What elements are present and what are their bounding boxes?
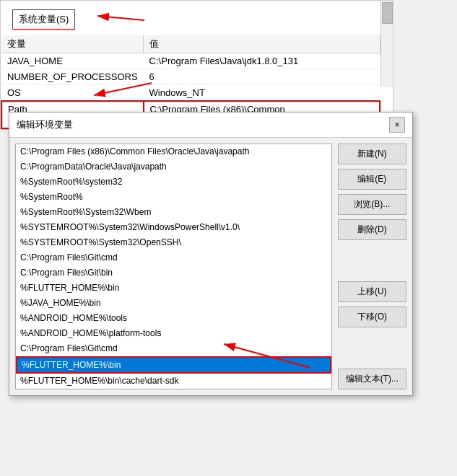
list-item[interactable]: %ANDROID_HOME%\platform-tools (16, 326, 331, 341)
list-item[interactable]: %FLUTTER_HOME%\bin\cache\dart-sdk (16, 374, 331, 389)
close-button[interactable]: × (389, 117, 405, 133)
scrollbar-thumb[interactable] (382, 2, 393, 24)
delete-button[interactable]: 删除(D) (338, 219, 406, 240)
list-item[interactable]: C:\Program Files (x86)\Common Files\Orac… (16, 144, 331, 159)
dialog-title: 编辑环境变量 (17, 118, 73, 131)
table-row[interactable]: NUMBER_OF_PROCESSORS6 (1, 69, 380, 85)
list-item[interactable]: %SystemRoot%\system32 (16, 175, 331, 190)
list-item[interactable]: C:\Program Files\Git\bin (16, 265, 331, 281)
var-value: Windows_NT (144, 85, 380, 102)
list-item[interactable]: %FLUTTER_HOME%\bin (16, 356, 331, 374)
move-up-button[interactable]: 上移(U) (338, 281, 406, 302)
list-item[interactable]: %ANDROID_HOME%\tools (16, 311, 331, 326)
scrollbar-track[interactable] (380, 1, 393, 87)
edit-button[interactable]: 编辑(E) (338, 169, 406, 190)
var-name: JAVA_HOME (1, 53, 144, 69)
sys-var-title[interactable]: 系统变量(S) (12, 9, 75, 30)
list-item[interactable]: C:\Program Files\Git\cmd (16, 250, 331, 265)
list-item[interactable]: %SYSTEMROOT%\System32\OpenSSH\ (16, 235, 331, 250)
var-name: OS (1, 85, 144, 102)
browse-button[interactable]: 浏览(B)... (338, 194, 406, 215)
col-var-header: 变量 (1, 35, 144, 53)
list-item[interactable]: %SystemRoot% (16, 190, 331, 205)
move-down-button[interactable]: 下移(O) (338, 307, 406, 327)
table-row[interactable]: OSWindows_NT (1, 85, 380, 102)
sys-var-panel: 系统变量(S) 变量 值 JAVA_HOMEC:\Program Files\J… (0, 0, 393, 130)
edit-text-button[interactable]: 编辑文本(T)... (338, 369, 406, 389)
list-item[interactable]: C:\Program Files\Git\cmd (16, 341, 331, 356)
dialog-buttons: 新建(N) 编辑(E) 浏览(B)... 删除(D) 上移(U) 下移(O) 编… (338, 144, 406, 389)
list-item[interactable]: %FLUTTER_HOME%\bin (16, 281, 331, 296)
list-item[interactable]: %SystemRoot%\System32\Wbem (16, 205, 331, 220)
var-name: NUMBER_OF_PROCESSORS (1, 69, 144, 85)
dialog-body: C:\Program Files (x86)\Common Files\Orac… (9, 138, 412, 395)
table-row[interactable]: JAVA_HOMEC:\Program Files\Java\jdk1.8.0_… (1, 53, 380, 69)
list-item[interactable]: %JAVA_HOME%\bin (16, 296, 331, 311)
list-item[interactable]: C:\ProgramData\Oracle\Java\javapath (16, 159, 331, 175)
var-value: 6 (144, 69, 380, 85)
col-value-header: 值 (144, 35, 380, 53)
var-value: C:\Program Files\Java\jdk1.8.0_131 (144, 53, 380, 69)
new-button[interactable]: 新建(N) (338, 144, 406, 164)
list-item[interactable]: %SYSTEMROOT%\System32\WindowsPowerShell\… (16, 220, 331, 235)
dialog-titlebar: 编辑环境变量 × (9, 113, 412, 138)
edit-dialog: 编辑环境变量 × C:\Program Files (x86)\Common F… (9, 112, 413, 396)
path-list[interactable]: C:\Program Files (x86)\Common Files\Orac… (15, 144, 332, 389)
